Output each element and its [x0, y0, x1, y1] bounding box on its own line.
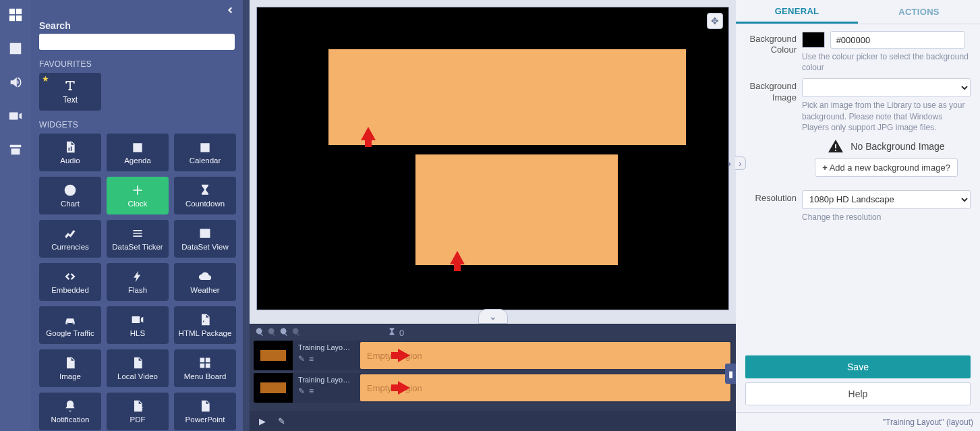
duration-icon: [387, 327, 397, 339]
play-icon[interactable]: ▶: [259, 416, 266, 426]
star-icon: ★: [42, 74, 49, 84]
center-column: ✥ › ⌄ 0 Train: [250, 0, 736, 431]
timeline-region[interactable]: Empty Region: [360, 374, 730, 401]
zoom-out-icon[interactable]: [267, 327, 277, 339]
widget-countdown[interactable]: Countdown: [174, 177, 236, 214]
timeline-title: Training Layo…: [298, 376, 355, 384]
widget-pdf[interactable]: PDFPDF: [107, 393, 169, 430]
bg-image-help: Pick an image from the Library to use as…: [802, 100, 971, 133]
widget-weather[interactable]: Weather: [174, 263, 236, 301]
widget-label: PowerPoint: [185, 415, 225, 424]
favourite-text-widget[interactable]: ★ Text: [39, 73, 101, 111]
annotation-arrow-right: [398, 381, 410, 395]
widget-hls[interactable]: HLS: [107, 306, 169, 344]
tab-actions[interactable]: ACTIONS: [858, 0, 980, 24]
timeline-region[interactable]: Empty Region: [360, 342, 730, 369]
timeline-edit-icon[interactable]: ✎: [298, 386, 305, 396]
zoom-search-icon[interactable]: [279, 327, 289, 339]
layout-canvas[interactable]: ✥: [256, 7, 729, 310]
text-icon: [63, 79, 77, 92]
pie-icon: [63, 183, 77, 197]
widget-embedded[interactable]: Embedded: [39, 263, 101, 301]
widget-audio[interactable]: Audio: [39, 134, 101, 171]
timeline-row[interactable]: Training Layo…✎≡Empty Region: [254, 341, 732, 370]
widget-calendar[interactable]: Calendar: [174, 134, 236, 171]
duration-value: 0: [399, 328, 404, 338]
search-input[interactable]: [39, 34, 235, 50]
move-handle-icon[interactable]: ✥: [707, 13, 723, 29]
widget-chart[interactable]: Chart: [39, 177, 101, 214]
widget-agenda[interactable]: Agenda: [107, 134, 169, 171]
calendar-icon: [198, 140, 212, 154]
svg-text:P: P: [204, 407, 206, 411]
edit-icon[interactable]: ✎: [278, 416, 285, 426]
help-button[interactable]: Help: [745, 382, 971, 405]
widget-local-video[interactable]: Local Video: [107, 349, 169, 387]
timeline-edit-icon[interactable]: ✎: [298, 354, 305, 364]
widget-notification[interactable]: Notification: [39, 393, 101, 430]
svg-rect-9: [206, 364, 210, 368]
svg-rect-3: [16, 16, 22, 21]
widget-label: Chart: [61, 200, 80, 208]
widget-dataset-ticker[interactable]: DataSet Ticker: [107, 220, 169, 258]
widget-google-traffic[interactable]: Google Traffic: [39, 306, 101, 344]
rail-grid-icon[interactable]: [6, 5, 25, 24]
no-bg-image-text: No Background Image: [851, 141, 944, 152]
props-footer: "Training Layout" (layout): [736, 412, 980, 431]
widget-image[interactable]: Image: [39, 349, 101, 387]
resolution-select[interactable]: 1080p HD Landscape: [802, 190, 971, 209]
panel-gutter[interactable]: [243, 0, 250, 431]
widget-menu-board[interactable]: Menu Board: [174, 349, 236, 387]
zoom-in-icon[interactable]: [255, 327, 264, 339]
widget-powerpoint[interactable]: PPowerPoint: [174, 393, 236, 430]
rail-archive-icon[interactable]: [6, 140, 25, 159]
widget-label: Google Traffic: [46, 329, 94, 338]
widget-dataset-view[interactable]: DataSet View: [174, 220, 236, 258]
save-button[interactable]: Save: [745, 355, 971, 378]
timeline-thumb: [254, 373, 293, 403]
resolution-label: Resolution: [743, 190, 797, 223]
add-bg-image-button[interactable]: + Add a new background image?: [815, 159, 958, 177]
widget-grid: AudioAgendaCalendarChartClockCountdownCu…: [39, 134, 236, 430]
calendar-icon: [131, 140, 144, 154]
svg-rect-6: [200, 357, 205, 362]
properties-panel: › GENERAL ACTIONS Background Colour Use …: [736, 0, 980, 431]
resolution-help: Change the resolution: [802, 212, 971, 223]
widget-flash[interactable]: Flash: [107, 263, 169, 301]
canvas-region-1[interactable]: [328, 49, 686, 145]
timeline-menu-icon[interactable]: ≡: [309, 386, 314, 396]
bg-image-select[interactable]: [802, 78, 971, 97]
rail-video-icon[interactable]: [6, 107, 25, 125]
rail-audio-icon[interactable]: [6, 73, 25, 92]
collapse-canvas-icon[interactable]: ⌄: [478, 309, 508, 324]
timeline-bottom-bar: ▶ ✎: [250, 411, 736, 431]
widget-label: HLS: [130, 329, 145, 338]
timeline-menu-icon[interactable]: ≡: [309, 354, 314, 364]
widget-clock[interactable]: Clock: [107, 177, 169, 214]
props-buttons: Save Help: [736, 355, 980, 412]
file-video-icon: [131, 356, 144, 370]
timeline-right-handle-icon[interactable]: ▮: [725, 364, 736, 384]
bg-image-label: Background Image: [743, 78, 797, 185]
bg-colour-swatch[interactable]: [802, 32, 825, 48]
table-icon: [198, 227, 212, 240]
cloud-icon: [198, 270, 212, 283]
tab-general[interactable]: GENERAL: [736, 0, 858, 24]
widgets-heading: WIDGETS: [39, 120, 236, 130]
expand-props-icon[interactable]: ›: [735, 156, 746, 170]
widget-html-package[interactable]: HTML Package: [174, 306, 236, 344]
bg-colour-input[interactable]: [830, 31, 965, 49]
collapse-panel-icon[interactable]: [224, 4, 236, 18]
timeline-rows: Training Layo…✎≡Empty RegionTraining Lay…: [250, 341, 736, 411]
canvas-region-2[interactable]: [415, 154, 618, 265]
code-icon: [63, 270, 77, 283]
widget-currencies[interactable]: Currencies: [39, 220, 101, 258]
favourites-heading: FAVOURITES: [39, 59, 236, 69]
props-tabs: GENERAL ACTIONS: [736, 0, 980, 24]
timeline-row[interactable]: Training Layo…✎≡Empty Region: [254, 373, 732, 403]
widget-label: Flash: [128, 286, 147, 295]
widget-label: Countdown: [185, 200, 225, 208]
rail-image-icon[interactable]: [6, 39, 25, 58]
canvas-wrap: ✥ › ⌄: [250, 0, 736, 324]
expand-right-icon[interactable]: ›: [722, 156, 736, 170]
